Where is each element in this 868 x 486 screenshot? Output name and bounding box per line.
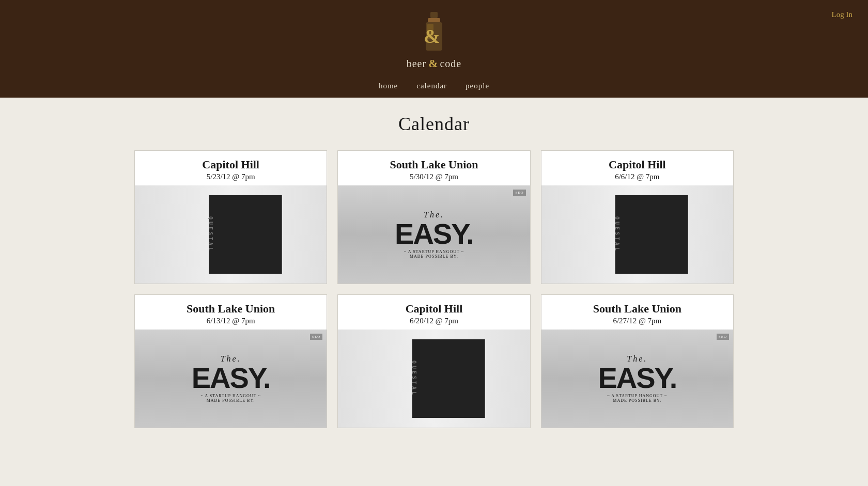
nav-home[interactable]: home: [379, 82, 398, 90]
svg-rect-0: [430, 12, 438, 18]
logo-code: code: [440, 58, 461, 70]
main-content: Calendar Capitol Hill 5/23/12 @ 7pm Sout…: [124, 98, 744, 449]
seo-logo: SEO: [310, 334, 322, 340]
seo-logo: SEO: [513, 190, 525, 196]
logo-beer: beer: [407, 58, 426, 70]
event-card-header: South Lake Union 5/30/12 @ 7pm: [338, 151, 530, 185]
easy-main: EASY.: [395, 220, 473, 248]
login-link[interactable]: Log In: [832, 10, 853, 19]
event-venue: Capitol Hill: [143, 158, 318, 171]
event-venue: Capitol Hill: [550, 158, 725, 171]
event-image-container: The. EASY. ~ A STARTUP HANGOUT ~MADE POS…: [541, 330, 733, 428]
easy-sub: ~ A STARTUP HANGOUT ~MADE POSSIBLE BY:: [201, 394, 261, 403]
event-image-container: The. EASY. ~ A STARTUP HANGOUT ~MADE POS…: [135, 330, 327, 428]
logo-area: & beer & code: [407, 9, 462, 75]
page-title: Calendar: [134, 113, 734, 135]
event-card[interactable]: Capitol Hill 5/23/12 @ 7pm: [134, 150, 327, 284]
event-card[interactable]: Capitol Hill 6/6/12 @ 7pm: [541, 150, 734, 284]
nav-people[interactable]: people: [466, 82, 489, 90]
event-date: 6/27/12 @ 7pm: [550, 317, 725, 325]
event-venue: Capitol Hill: [346, 302, 521, 316]
svg-rect-1: [428, 18, 440, 22]
event-image-container: [338, 330, 530, 428]
event-venue: South Lake Union: [143, 302, 318, 316]
event-venue: South Lake Union: [346, 158, 521, 171]
event-image: The. EASY. ~ A STARTUP HANGOUT ~MADE POS…: [541, 330, 733, 428]
easy-main: EASY.: [192, 364, 270, 393]
event-date: 5/30/12 @ 7pm: [346, 173, 521, 181]
seo-logo: SEO: [717, 334, 729, 340]
event-card[interactable]: South Lake Union 6/13/12 @ 7pm The. EASY…: [134, 294, 327, 428]
event-image: [338, 330, 530, 428]
event-card-header: Capitol Hill 6/20/12 @ 7pm: [338, 295, 530, 330]
event-card-header: Capitol Hill 6/6/12 @ 7pm: [541, 151, 733, 185]
event-image: The. EASY. ~ A STARTUP HANGOUT ~MADE POS…: [135, 330, 327, 428]
event-card-header: Capitol Hill 5/23/12 @ 7pm: [135, 151, 327, 185]
easy-sub: ~ A STARTUP HANGOUT ~MADE POSSIBLE BY:: [607, 394, 667, 403]
event-card-header: South Lake Union 6/13/12 @ 7pm: [135, 295, 327, 330]
event-image: [135, 185, 327, 284]
easy-sub: ~ A STARTUP HANGOUT ~MADE POSSIBLE BY:: [404, 249, 464, 259]
event-card[interactable]: Capitol Hill 6/20/12 @ 7pm: [337, 294, 530, 428]
event-image-container: [135, 185, 327, 284]
nav-calendar[interactable]: calendar: [416, 82, 447, 90]
logo-text: beer & code: [407, 57, 462, 70]
event-card[interactable]: South Lake Union 6/27/12 @ 7pm The. EASY…: [541, 294, 734, 428]
event-image: [541, 185, 733, 284]
event-venue: South Lake Union: [550, 302, 725, 316]
svg-text:&: &: [424, 25, 440, 47]
logo-ampersand: &: [428, 57, 438, 70]
event-date: 5/23/12 @ 7pm: [143, 173, 318, 181]
site-header: Log In & beer & code home calendar peopl…: [0, 0, 868, 98]
events-grid: Capitol Hill 5/23/12 @ 7pm South Lake Un…: [134, 150, 734, 428]
easy-main: EASY.: [598, 364, 676, 393]
event-date: 6/13/12 @ 7pm: [143, 317, 318, 325]
event-card[interactable]: South Lake Union 5/30/12 @ 7pm The. EASY…: [337, 150, 530, 284]
event-date: 6/6/12 @ 7pm: [550, 173, 725, 181]
event-date: 6/20/12 @ 7pm: [346, 317, 521, 325]
event-card-header: South Lake Union 6/27/12 @ 7pm: [541, 295, 733, 330]
logo-icon: &: [413, 9, 455, 56]
event-image-container: The. EASY. ~ A STARTUP HANGOUT ~MADE POS…: [338, 185, 530, 284]
event-image-container: [541, 185, 733, 284]
main-nav: home calendar people: [0, 75, 868, 98]
event-image: The. EASY. ~ A STARTUP HANGOUT ~MADE POS…: [338, 185, 530, 284]
